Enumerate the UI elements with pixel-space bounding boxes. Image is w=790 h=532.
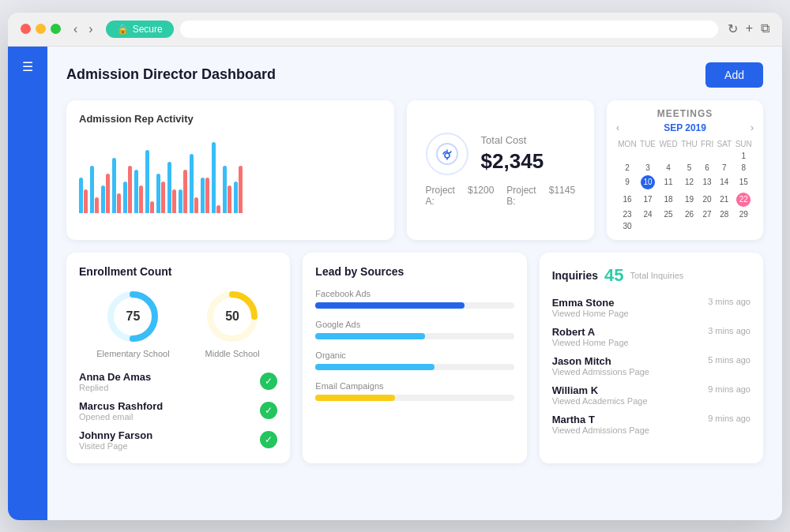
cal-day-cell[interactable]: 10 <box>638 174 657 191</box>
inquiry-page: Viewed Academics Page <box>552 396 648 406</box>
bar-red <box>239 166 243 213</box>
cal-day-cell[interactable]: 4 <box>657 162 679 174</box>
cal-day-cell[interactable]: 8 <box>733 162 754 174</box>
project-a-value: $1200 <box>468 185 494 207</box>
bar-blue <box>190 154 194 213</box>
cal-day-cell[interactable]: 18 <box>657 191 679 208</box>
cal-day-cell[interactable]: 5 <box>679 162 699 174</box>
cal-day-cell[interactable]: 6 <box>699 162 715 174</box>
cal-next-button[interactable]: › <box>750 122 754 133</box>
lead-bar-group: Organic <box>315 350 514 370</box>
cal-day-cell <box>733 220 754 232</box>
cal-day-cell[interactable]: 22 <box>733 191 754 208</box>
donut1-value: 75 <box>126 309 141 324</box>
bottom-row: Enrollment Count 75 Elementary School <box>66 253 763 463</box>
inquiry-item: Emma StoneViewed Home Page3 mins ago <box>552 297 750 318</box>
cal-day-cell[interactable]: 16 <box>616 191 638 208</box>
project-b-value: $1145 <box>549 185 575 207</box>
bar-group <box>212 142 220 213</box>
cal-day-cell <box>715 150 733 162</box>
cal-day-cell[interactable]: 2 <box>616 162 638 174</box>
maximize-traffic-light[interactable] <box>51 24 61 34</box>
contact-name: Marcus Rashford <box>79 400 163 412</box>
minimize-traffic-light[interactable] <box>36 24 46 34</box>
cal-day-cell[interactable]: 27 <box>699 208 715 220</box>
cal-day-cell[interactable]: 9 <box>616 174 638 191</box>
lock-icon: 🔒 <box>117 24 129 35</box>
bar-blue <box>156 174 160 213</box>
bar-group <box>134 170 143 213</box>
cal-day-cell[interactable]: 14 <box>715 174 733 191</box>
bar-group <box>123 166 132 213</box>
bar-red <box>117 193 121 213</box>
cal-day-cell <box>638 150 657 162</box>
bar-blue <box>223 166 227 213</box>
bar-group <box>112 158 121 213</box>
cal-day-cell[interactable]: 29 <box>733 208 754 220</box>
cal-day-cell[interactable]: 28 <box>715 208 733 220</box>
bar-blue <box>212 142 216 213</box>
calendar-nav: ‹ SEP 2019 › <box>616 122 754 133</box>
cal-day-cell <box>657 220 679 232</box>
forward-button[interactable]: › <box>85 21 96 38</box>
close-traffic-light[interactable] <box>21 24 31 34</box>
bar-blue <box>90 166 94 213</box>
cost-card-inner: Total Cost $2,345 <box>426 133 544 175</box>
inquiry-item: Robert AViewed Home Page3 mins ago <box>552 326 750 347</box>
add-button[interactable]: Add <box>705 62 763 88</box>
donut2-container: 50 Middle School <box>205 289 260 358</box>
bar-blue <box>234 182 238 213</box>
donut1-container: 75 Elementary School <box>96 289 169 358</box>
browser-window: ‹ › 🔒 Secure ↻ + ⧉ ☰ Admission Director … <box>8 13 782 520</box>
cal-day-cell[interactable]: 30 <box>616 220 638 232</box>
cal-day-cell <box>657 150 679 162</box>
cal-day-cell <box>679 150 699 162</box>
back-button[interactable]: ‹ <box>70 21 81 38</box>
cal-day-cell[interactable]: 20 <box>699 191 715 208</box>
lead-source-label: Email Campaigns <box>315 381 514 391</box>
lead-bar-track <box>315 364 514 370</box>
cal-day-cell[interactable]: 11 <box>657 174 679 191</box>
url-field[interactable] <box>180 21 718 38</box>
cal-day-cell[interactable]: 12 <box>679 174 699 191</box>
inquiry-page: Viewed Home Page <box>552 338 629 347</box>
bar-blue <box>134 170 138 213</box>
donut1-chart: 75 <box>105 289 160 344</box>
sidebar-menu-icon[interactable]: ☰ <box>22 59 33 74</box>
cal-day-cell[interactable]: 13 <box>699 174 715 191</box>
bar-red <box>150 201 154 213</box>
secure-label: Secure <box>133 24 163 35</box>
cal-day-cell[interactable]: 15 <box>733 174 754 191</box>
contact-item: Anna De AmasReplied✓ <box>79 371 277 392</box>
bar-red <box>139 185 143 213</box>
contact-list: Anna De AmasReplied✓Marcus RashfordOpene… <box>79 371 277 451</box>
cal-day-cell[interactable]: 17 <box>638 191 657 208</box>
secure-pill: 🔒 Secure <box>106 21 174 38</box>
cal-prev-button[interactable]: ‹ <box>616 122 619 133</box>
cal-day-cell[interactable]: 25 <box>657 208 679 220</box>
new-tab-icon[interactable]: + <box>746 21 753 36</box>
cal-day-cell[interactable]: 24 <box>638 208 657 220</box>
cal-day-cell[interactable]: 21 <box>715 191 733 208</box>
bar-group <box>101 174 110 213</box>
inquiry-name: William K <box>552 384 648 396</box>
bar-blue <box>112 158 116 213</box>
lead-source-label: Organic <box>315 350 514 360</box>
cost-value: $2,345 <box>481 149 544 174</box>
cal-day-cell[interactable]: 26 <box>679 208 699 220</box>
page-header: Admission Director Dashboard Add <box>66 62 763 88</box>
check-icon: ✓ <box>260 431 277 448</box>
browser-chrome: ‹ › 🔒 Secure ↻ + ⧉ <box>8 13 782 47</box>
inquiry-page: Viewed Admissions Page <box>552 367 649 377</box>
cal-day-cell[interactable]: 7 <box>715 162 733 174</box>
copy-icon[interactable]: ⧉ <box>761 21 769 36</box>
cal-day-cell[interactable]: 19 <box>679 191 699 208</box>
cal-day-cell[interactable]: 3 <box>638 162 657 174</box>
cal-day-cell[interactable]: 1 <box>733 150 754 162</box>
inquiry-name: Emma Stone <box>552 297 629 309</box>
lead-bar-track <box>315 395 514 401</box>
cal-day-cell <box>638 220 657 232</box>
cal-day-cell <box>699 150 715 162</box>
reload-icon[interactable]: ↻ <box>728 21 738 36</box>
cal-day-cell[interactable]: 23 <box>616 208 638 220</box>
